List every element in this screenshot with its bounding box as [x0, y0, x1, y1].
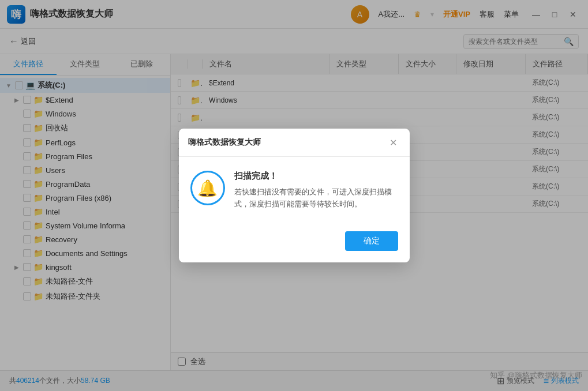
dialog-message: 若快速扫描没有需要的文件，可进入深度扫描模式，深度扫描可能需要等待较长时间。 [234, 186, 398, 210]
dialog-body: 🔔 扫描完成！ 若快速扫描没有需要的文件，可进入深度扫描模式，深度扫描可能需要等… [179, 157, 410, 224]
dialog-close-button[interactable]: ✕ [387, 136, 400, 149]
dialog-bell-icon: 🔔 [190, 171, 225, 205]
dialog-title-bar: 嗨格式数据恢复大师 ✕ [179, 129, 410, 157]
dialog-content: 扫描完成！ 若快速扫描没有需要的文件，可进入深度扫描模式，深度扫描可能需要等待较… [234, 171, 398, 210]
dialog-confirm-button[interactable]: 确定 [345, 231, 398, 251]
dialog-heading: 扫描完成！ [234, 171, 398, 182]
dialog-overlay: 嗨格式数据恢复大师 ✕ 🔔 扫描完成！ 若快速扫描没有需要的文件，可进入深度扫描… [0, 0, 588, 391]
dialog: 嗨格式数据恢复大师 ✕ 🔔 扫描完成！ 若快速扫描没有需要的文件，可进入深度扫描… [179, 129, 410, 262]
dialog-title: 嗨格式数据恢复大师 [188, 137, 261, 148]
dialog-footer: 确定 [179, 224, 410, 262]
